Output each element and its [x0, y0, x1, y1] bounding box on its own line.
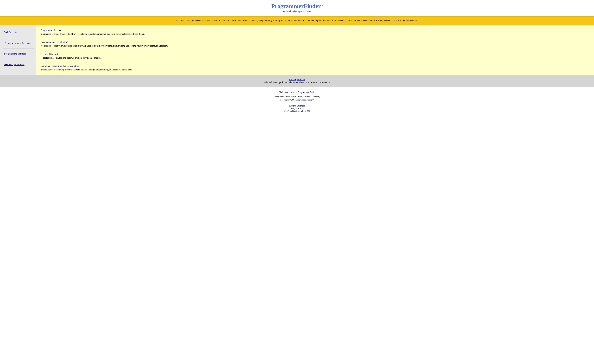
- computer-programming-link[interactable]: Computer Programming & Consultation: [40, 65, 590, 67]
- site-logo: ProgrammerFinder™: [0, 3, 594, 9]
- technical-support-content-link[interactable]: Technical Support: [40, 53, 590, 55]
- web-design-services-link[interactable]: Web Design Services: [4, 63, 25, 66]
- welcome-banner: Welcome to ProgrammerFinder™, the websit…: [0, 16, 594, 25]
- programming-services-desc: Information technology consulting firm s…: [40, 33, 145, 35]
- content-item-consultation: Need computer consultation? We are here …: [40, 38, 590, 50]
- nav-item-web-design[interactable]: Web Design Services: [3, 59, 34, 70]
- logo-programmer: Programmer: [271, 3, 304, 9]
- business-address: 6760 Top Gun Street, Suite 110: [3, 110, 591, 112]
- programming-services-content-link[interactable]: Programming Services: [40, 29, 590, 32]
- technical-support-desc: IT professional with fast and accurate p…: [40, 57, 101, 59]
- hosting-section: Hosting Services Need a web hosting solu…: [0, 75, 594, 87]
- footer: Click to advertise on Programmer Finder …: [0, 87, 594, 116]
- business-phone: (800) 949-2919: [3, 108, 591, 110]
- right-content: Programming Services Information technol…: [36, 25, 594, 75]
- computer-consultation-desc: We are here to help you work more effici…: [40, 45, 169, 47]
- programming-services-link[interactable]: Programming Services: [4, 52, 26, 55]
- page-header: ProgrammerFinder™ Updated Today, April 3…: [0, 0, 594, 14]
- footer-company-line: ProgrammerFinder™ is an Electric Busines…: [3, 96, 591, 98]
- nav-item-technical-support[interactable]: Technical Support Services: [3, 38, 34, 48]
- computer-consultation-link[interactable]: Need computer consultation?: [40, 41, 590, 43]
- electric-business-link[interactable]: Electric Business: [3, 105, 591, 107]
- hosting-desc: Need a web hosting solution? The essenti…: [4, 81, 590, 84]
- content-item-programming: Programming Services Information technol…: [40, 26, 590, 38]
- left-navigation: Web Services Technical Support Services …: [0, 25, 36, 75]
- electric-business-section: Electric Business (800) 949-2919 6760 To…: [3, 105, 591, 112]
- nav-item-web-services[interactable]: Web Services: [3, 27, 34, 38]
- technical-support-services-link[interactable]: Technical Support Services: [4, 42, 30, 44]
- updated-date: Updated Today, April 30, 2008: [0, 10, 594, 13]
- hosting-services-link[interactable]: Hosting Services: [289, 78, 305, 81]
- content-item-technical-support: Technical Support IT professional with f…: [40, 50, 590, 62]
- content-item-computer-programming: Computer Programming & Consultation Inte…: [40, 62, 590, 74]
- logo-finder: Finder: [304, 3, 321, 9]
- web-services-link[interactable]: Web Services: [4, 31, 17, 34]
- computer-programming-desc: Internet services including systems anal…: [40, 68, 132, 71]
- nav-item-programming-services[interactable]: Programming Services: [3, 48, 34, 59]
- advertise-link[interactable]: Click to advertise on Programmer Finder: [3, 91, 591, 94]
- logo-tm: ™: [321, 4, 323, 7]
- welcome-text: Welcome to ProgrammerFinder™, the websit…: [176, 19, 418, 22]
- footer-copyright: Copyright © 2001 ProgrammerFinder™: [3, 99, 591, 101]
- main-content: Web Services Technical Support Services …: [0, 25, 594, 75]
